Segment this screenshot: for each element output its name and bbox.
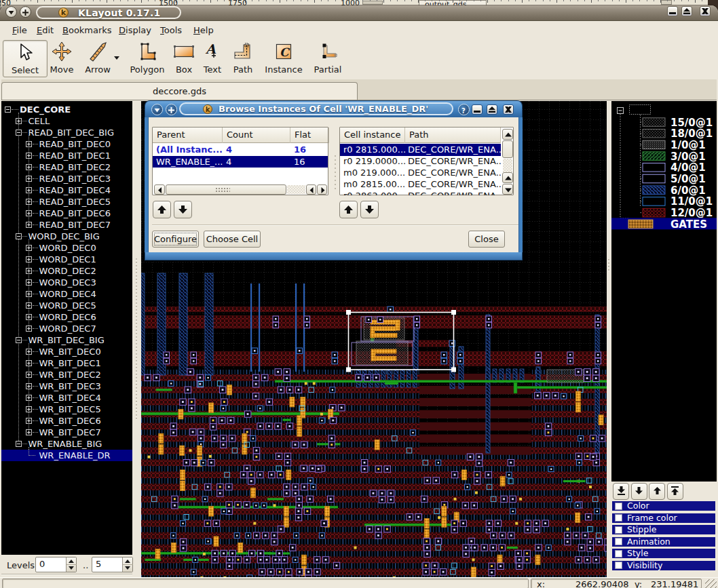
- menu-file[interactable]: File: [10, 24, 30, 37]
- expand-icon[interactable]: [26, 268, 32, 274]
- tree-item-cell[interactable]: CELL: [1, 115, 132, 127]
- layer-label[interactable]: 4/0@1: [670, 161, 706, 174]
- tool-polygon[interactable]: Polygon: [122, 40, 173, 77]
- configure-button[interactable]: Configure: [152, 231, 199, 248]
- tree-item-word_dec6[interactable]: WORD_DEC6: [1, 311, 132, 323]
- layer-label[interactable]: 3/0@1: [670, 151, 706, 163]
- section-frame-color[interactable]: Frame color: [612, 513, 715, 523]
- expand-icon[interactable]: [26, 372, 32, 378]
- tree-item-read_bit_dec2[interactable]: READ_BIT_DEC2: [1, 161, 132, 173]
- layer-label[interactable]: 5/0@1: [670, 173, 706, 185]
- right-splitter[interactable]: [607, 101, 611, 577]
- dialog-minimize-button[interactable]: [472, 104, 483, 115]
- tree-item-read_bit_dec1[interactable]: READ_BIT_DEC1: [1, 150, 132, 161]
- parent-table[interactable]: ParentCountFlat(All Instanc...416WR_ENAB…: [152, 127, 328, 195]
- layer-item-1-0-1[interactable]: 1/0@1: [643, 139, 706, 151]
- section-visibility[interactable]: Visibility: [612, 561, 715, 570]
- expand-icon[interactable]: [26, 153, 32, 159]
- tool-path[interactable]: Path: [227, 40, 259, 77]
- selection-handle[interactable]: [451, 368, 456, 372]
- expand-icon[interactable]: [26, 383, 32, 389]
- tool-box[interactable]: Box: [169, 40, 199, 77]
- expand-icon[interactable]: [26, 210, 32, 216]
- tree-item-word_dec4[interactable]: WORD_DEC4: [1, 288, 132, 300]
- expand-icon[interactable]: [26, 291, 32, 297]
- column-header-path[interactable]: Path: [405, 128, 501, 143]
- spin-down-icon[interactable]: [125, 566, 130, 570]
- spin-buttons[interactable]: [66, 557, 76, 572]
- section-checkbox[interactable]: [615, 526, 622, 534]
- tree-item-word_dec5[interactable]: WORD_DEC5: [1, 300, 132, 311]
- instance-row[interactable]: r0 2815.000...DEC_CORE/WR_ENA...: [340, 144, 501, 156]
- dialog-shade-button[interactable]: [166, 104, 177, 115]
- tool-move[interactable]: Move: [45, 40, 78, 77]
- spin-up-icon[interactable]: [125, 560, 130, 563]
- move-to-top-button[interactable]: [667, 483, 683, 500]
- tree-item-wr_bit_dec6[interactable]: WR_BIT_DEC6: [1, 415, 132, 427]
- spin-down-icon[interactable]: [69, 566, 74, 570]
- layer-item-11-0-1[interactable]: 11/0@1: [643, 195, 713, 208]
- instance-row[interactable]: r0 2862.000...DEC_CORE/WR_ENA...: [340, 190, 501, 195]
- window-shade-button[interactable]: [20, 6, 31, 18]
- close-button[interactable]: [700, 6, 711, 16]
- expand-icon[interactable]: [26, 360, 32, 366]
- parent-up-button[interactable]: [153, 201, 171, 218]
- layer-swatch-red-cross[interactable]: [643, 208, 665, 217]
- expand-icon[interactable]: [26, 395, 32, 401]
- layer-item-12-0-1[interactable]: 12/0@1: [643, 207, 713, 219]
- expand-icon[interactable]: [26, 418, 32, 424]
- parent-table-hscrollbar[interactable]: [154, 184, 327, 195]
- layer-item-3-0-1[interactable]: 3/0@1: [643, 151, 706, 163]
- tree-item-wr_bit_dec5[interactable]: WR_BIT_DEC5: [1, 404, 132, 415]
- menu-edit[interactable]: Edit: [34, 24, 56, 37]
- section-stipple[interactable]: Stipple: [612, 525, 715, 534]
- close-dialog-button[interactable]: Close: [468, 231, 505, 248]
- menu-help[interactable]: Help: [191, 24, 216, 37]
- tree-item-read_bit_dec4[interactable]: READ_BIT_DEC4: [1, 184, 132, 196]
- tree-item-word_dec2[interactable]: WORD_DEC2: [1, 265, 132, 277]
- collapse-icon[interactable]: [16, 130, 22, 136]
- section-checkbox[interactable]: [615, 550, 622, 557]
- layer-swatch-gray-dots[interactable]: [643, 118, 665, 127]
- expand-icon[interactable]: [26, 164, 32, 170]
- layer-label[interactable]: 12/0@1: [670, 207, 713, 219]
- instance-up-button[interactable]: [339, 201, 358, 218]
- collapse-icon[interactable]: [16, 337, 22, 343]
- section-animation[interactable]: Animation: [612, 537, 715, 547]
- tree-item-dec_core[interactable]: DEC_CORE: [1, 104, 132, 115]
- section-checkbox[interactable]: [615, 562, 622, 569]
- levels-from-value[interactable]: 0: [36, 557, 67, 572]
- levels-from-spinbox[interactable]: 0: [35, 557, 77, 572]
- layer-item-5-0-1[interactable]: 5/0@1: [643, 173, 706, 185]
- expand-icon[interactable]: [26, 349, 32, 355]
- layer-item-6-0-1[interactable]: 6/0@1: [643, 184, 706, 197]
- layer-item-15-0-1[interactable]: 15/0@1: [643, 117, 713, 129]
- levels-to-value[interactable]: 5: [92, 557, 123, 572]
- move-to-bottom-button[interactable]: [613, 483, 629, 500]
- scroll-left-button[interactable]: [154, 184, 165, 195]
- tool-partial[interactable]: Partial: [303, 40, 354, 77]
- instance-table[interactable]: Cell instancePathr0 2815.000...DEC_CORE/…: [339, 127, 514, 195]
- scroll-up-button2[interactable]: [502, 172, 513, 183]
- scroll-right-button[interactable]: [317, 184, 327, 195]
- layer-label[interactable]: 1/0@1: [670, 139, 706, 151]
- tree-item-wr_bit_dec_big[interactable]: WR_BIT_DEC_BIG: [1, 334, 132, 346]
- layer-item-4-0-1[interactable]: 4/0@1: [643, 161, 706, 174]
- column-header-cell-instance[interactable]: Cell instance: [340, 128, 405, 143]
- expand-icon[interactable]: [26, 176, 32, 182]
- resize-grip[interactable]: [705, 579, 717, 588]
- scroll-thumb[interactable]: [502, 140, 513, 158]
- menu-tools[interactable]: Tools: [157, 24, 185, 37]
- tree-item-wr_enable_dr[interactable]: WR_ENABLE_DR: [1, 450, 132, 461]
- menu-bookmarks[interactable]: Bookmarks: [60, 24, 115, 37]
- tree-item-word_dec1[interactable]: WORD_DEC1: [1, 254, 132, 265]
- layer-item-18-0-1[interactable]: 18/0@1: [643, 128, 713, 140]
- layer-swatch-blue-hatch[interactable]: [643, 186, 665, 195]
- parent-row[interactable]: WR_ENABLE_...416: [153, 156, 328, 168]
- expand-icon[interactable]: [26, 326, 32, 332]
- layer-swatch-lavender-frame[interactable]: [643, 174, 665, 183]
- expand-icon[interactable]: [26, 141, 32, 147]
- expand-icon[interactable]: [26, 245, 32, 251]
- tree-item-read_bit_dec0[interactable]: READ_BIT_DEC0: [1, 138, 132, 150]
- tool-arrow[interactable]: Arrow: [79, 40, 117, 77]
